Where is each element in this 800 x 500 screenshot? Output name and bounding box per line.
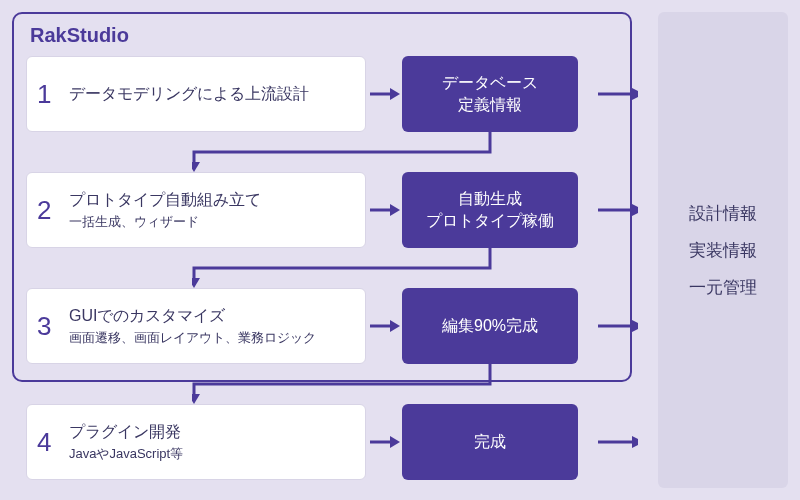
svg-marker-3 xyxy=(390,204,400,216)
arrow-down-icon xyxy=(192,132,502,174)
output-line: 編集90%完成 xyxy=(442,315,538,337)
step-box-3: 3 GUIでのカスタマイズ 画面遷移、画面レイアウト、業務ロジック xyxy=(26,288,366,364)
svg-marker-7 xyxy=(390,436,400,448)
output-box-3: 編集90%完成 xyxy=(402,288,578,364)
arrow-right-icon xyxy=(598,432,638,452)
sidebar-text: 設計情報 xyxy=(689,202,757,225)
svg-marker-5 xyxy=(390,320,400,332)
step-box-1: 1 データモデリングによる上流設計 xyxy=(26,56,366,132)
step-title: データモデリングによる上流設計 xyxy=(69,83,309,105)
arrow-right-icon xyxy=(598,200,638,220)
arrow-right-icon xyxy=(366,316,402,336)
step-number: 2 xyxy=(37,195,69,226)
step-title: GUIでのカスタマイズ xyxy=(69,305,316,327)
arrow-right-icon xyxy=(366,432,402,452)
step-number: 3 xyxy=(37,311,69,342)
step-subtitle: 画面遷移、画面レイアウト、業務ロジック xyxy=(69,329,316,347)
svg-marker-18 xyxy=(632,436,638,448)
output-box-2: 自動生成 プロトタイプ稼働 xyxy=(402,172,578,248)
step-text: GUIでのカスタマイズ 画面遷移、画面レイアウト、業務ロジック xyxy=(69,305,316,348)
step-subtitle: JavaやJavaScript等 xyxy=(69,445,183,463)
step-title: プラグイン開発 xyxy=(69,421,183,443)
output-line: 自動生成 xyxy=(458,188,522,210)
diagram-main: RakStudio 1 データモデリングによる上流設計 データベース 定義情報 … xyxy=(12,12,632,488)
arrow-right-icon xyxy=(598,84,638,104)
step-number: 4 xyxy=(37,427,69,458)
sidebar-text: 実装情報 xyxy=(689,239,757,262)
step-title: プロトタイプ自動組み立て xyxy=(69,189,261,211)
svg-marker-8 xyxy=(192,162,200,172)
step-box-4: 4 プラグイン開発 JavaやJavaScript等 xyxy=(26,404,366,480)
output-box-1: データベース 定義情報 xyxy=(402,56,578,132)
arrow-right-icon xyxy=(598,316,638,336)
sidebar-panel: 設計情報 実装情報 一元管理 xyxy=(658,12,788,488)
step-row-2: 2 プロトタイプ自動組み立て 一括生成、ウィザード 自動生成 プロトタイプ稼働 xyxy=(26,172,578,248)
svg-marker-14 xyxy=(632,204,638,216)
step-row-1: 1 データモデリングによる上流設計 データベース 定義情報 xyxy=(26,56,578,132)
svg-marker-12 xyxy=(632,88,638,100)
svg-marker-16 xyxy=(632,320,638,332)
output-line: 完成 xyxy=(474,431,506,453)
step-text: データモデリングによる上流設計 xyxy=(69,83,309,105)
container-title: RakStudio xyxy=(30,24,129,47)
step-box-2: 2 プロトタイプ自動組み立て 一括生成、ウィザード xyxy=(26,172,366,248)
output-line: データベース xyxy=(442,72,538,94)
arrow-down-icon xyxy=(192,364,502,406)
output-line: プロトタイプ稼働 xyxy=(426,210,554,232)
output-box-4: 完成 xyxy=(402,404,578,480)
step-subtitle: 一括生成、ウィザード xyxy=(69,213,261,231)
arrow-right-icon xyxy=(366,84,402,104)
step-text: プラグイン開発 JavaやJavaScript等 xyxy=(69,421,183,464)
arrow-right-icon xyxy=(366,200,402,220)
step-row-4: 4 プラグイン開発 JavaやJavaScript等 完成 xyxy=(26,404,578,480)
step-number: 1 xyxy=(37,79,69,110)
output-line: 定義情報 xyxy=(458,94,522,116)
svg-marker-1 xyxy=(390,88,400,100)
step-row-3: 3 GUIでのカスタマイズ 画面遷移、画面レイアウト、業務ロジック 編集90%完… xyxy=(26,288,578,364)
svg-marker-10 xyxy=(192,394,200,404)
step-text: プロトタイプ自動組み立て 一括生成、ウィザード xyxy=(69,189,261,232)
sidebar-text: 一元管理 xyxy=(689,276,757,299)
arrow-down-icon xyxy=(192,248,502,290)
svg-marker-9 xyxy=(192,278,200,288)
